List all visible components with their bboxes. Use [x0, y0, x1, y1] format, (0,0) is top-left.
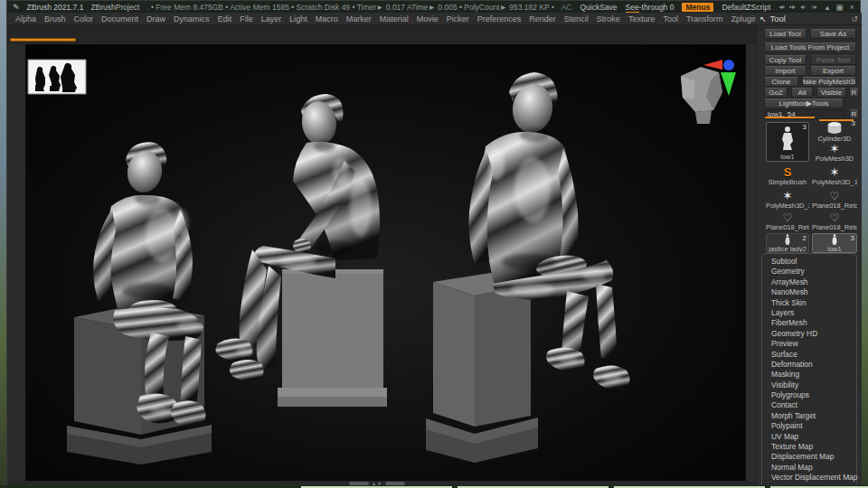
slider-fill	[765, 117, 815, 118]
document-preview-thumbnail	[28, 60, 86, 94]
tool-palette-header[interactable]: ↖ Tool ↺	[756, 13, 862, 25]
menu-item[interactable]: Zplugin	[731, 14, 756, 23]
tool-thumbnail[interactable]: ♡ Plane018_Retopo	[812, 188, 857, 210]
sculpting-viewport[interactable]	[25, 44, 746, 483]
lightbox-tools-button[interactable]: Lightbox▶Tools	[764, 99, 844, 108]
menu-item[interactable]: Edit	[218, 14, 232, 23]
load-tools-from-project-button[interactable]: Load Tools From Project	[764, 42, 856, 52]
top-shelf	[7, 25, 756, 44]
menu-item[interactable]: Texture	[628, 14, 656, 23]
tool-thumbnail[interactable]: ✶ PolyMesh3D_1	[812, 164, 857, 186]
goz-button[interactable]: GoZ	[764, 88, 788, 98]
menu-item[interactable]: Macro	[316, 14, 338, 23]
thumb-accent-bar	[819, 119, 854, 121]
slider-r-button[interactable]: R	[849, 109, 859, 119]
menu-item[interactable]: Color	[74, 14, 94, 23]
tool-thumbnail[interactable]: jastice lady2 2	[766, 233, 809, 253]
tray-left-icon[interactable]: ◂▫	[800, 3, 807, 11]
paste-tool-button[interactable]: Paste Tool	[810, 55, 856, 65]
quicksave-button[interactable]: QuickSave	[580, 3, 617, 12]
menu-item[interactable]: Tool	[663, 14, 678, 23]
app-title: ZBrush 2021.7.1	[27, 3, 84, 12]
menu-item[interactable]: Dynamics	[174, 14, 210, 23]
tool-subpalette-item[interactable]: Morph Target	[762, 411, 856, 421]
export-button[interactable]: Export	[810, 66, 856, 76]
menu-item[interactable]: Draw	[146, 14, 165, 23]
window-close-icon[interactable]: ×	[850, 3, 854, 12]
ac-indicator: AC	[561, 3, 572, 12]
ui-layout-left-icon[interactable]: ◂▪	[778, 3, 785, 11]
menu-item[interactable]: Picker	[447, 14, 469, 23]
tool-subpalette-item[interactable]: Subtool	[762, 257, 856, 267]
tool-thumbnail[interactable]: S SimpleBrush	[766, 164, 809, 186]
desktop: ✎ ZBrush 2021.7.1 ZBrushProject . • Free…	[0, 0, 868, 488]
zbrush-logo-icon: ✎	[13, 3, 20, 12]
make-polymesh3d-button[interactable]: Make PolyMesh3D	[802, 77, 856, 87]
menu-item[interactable]: Render	[529, 14, 556, 23]
menu-item[interactable]: Light	[289, 14, 307, 23]
window-restore-icon[interactable]: ▣	[835, 3, 844, 12]
tool-subpalette-item[interactable]: Vector Displacement Map	[762, 473, 856, 483]
menu-item[interactable]: Brush	[44, 14, 66, 23]
menu-item[interactable]: Movie	[417, 14, 439, 23]
menu-item[interactable]: Layer	[261, 14, 282, 23]
clone-button[interactable]: Clone	[764, 77, 798, 87]
menu-item[interactable]: Stroke	[597, 14, 620, 23]
goz-r-button[interactable]: R	[849, 88, 859, 98]
tool-subpalette-item[interactable]: Normal Map	[762, 463, 856, 473]
memory-stats: . • Free Mem 8.475GB • Active Mem 1585 •…	[146, 3, 553, 12]
tool-thumbnail[interactable]: ♡ Plane018_Retopo	[812, 211, 857, 231]
tool-thumbnail[interactable]: ✶ PolyMesh3D	[812, 144, 857, 162]
menu-item[interactable]: Document	[101, 14, 138, 23]
tool-thumbnail[interactable]: ✶ PolyMesh3D_2	[766, 188, 809, 210]
tool-subpalette-item[interactable]: Thick Skin	[762, 298, 856, 308]
tool-subpalette-item[interactable]: Displacement Map	[762, 452, 856, 462]
see-through-slider[interactable]: See-through 0	[626, 3, 675, 12]
figure-thumb-icon	[778, 126, 797, 153]
tool-thumbnail[interactable]: Cylinder3D 3	[812, 119, 857, 143]
goz-visible-button[interactable]: Visible	[816, 88, 846, 98]
ui-layout-right-icon[interactable]: ▪▸	[789, 3, 796, 11]
menu-item[interactable]: Stencil	[564, 14, 589, 23]
save-as-button[interactable]: Save As	[810, 29, 856, 39]
user-account-icon[interactable]: ▴	[826, 3, 830, 12]
tool-subpalette-item[interactable]: UV Map	[762, 432, 856, 442]
default-zscript-button[interactable]: DefaultZScript	[722, 3, 770, 12]
tool-subpalette-list: SubtoolGeometryArrayMeshNanoMeshThick Sk…	[761, 253, 857, 484]
tool-item-slider[interactable]: low1. 54	[764, 109, 845, 119]
tool-thumbnail[interactable]: ♡ Plane018_Retopo	[766, 211, 809, 231]
import-button[interactable]: Import	[764, 66, 807, 76]
star-thumb-icon: ✶	[783, 191, 793, 202]
tool-subpalette-item[interactable]: Visibility	[762, 380, 856, 390]
tool-subpalette-item[interactable]: Deformation	[762, 360, 856, 370]
tool-subpalette-item[interactable]: FiberMesh	[762, 318, 856, 328]
pedestal-middle	[278, 269, 387, 407]
figure-thumb-icon	[830, 234, 839, 245]
copy-tool-button[interactable]: Copy Tool	[764, 55, 807, 65]
tool-subpalette-item[interactable]: Layers	[762, 308, 856, 318]
tool-subpalette-item[interactable]: Geometry HD	[762, 329, 856, 339]
tool-subpalette-item[interactable]: ArrayMesh	[762, 277, 856, 287]
menu-item[interactable]: Material	[380, 14, 409, 23]
menus-button[interactable]: Menus	[682, 3, 713, 12]
palette-cycle-icon[interactable]: ↺	[851, 14, 858, 23]
menu-item[interactable]: Alpha	[15, 14, 36, 23]
tool-subpalette-item[interactable]: Contact	[762, 400, 856, 410]
tool-subpalette-item[interactable]: Surface	[762, 350, 856, 360]
menu-item[interactable]: Marker	[346, 14, 372, 23]
menu-item[interactable]: Transform	[686, 14, 723, 23]
tool-subpalette-item[interactable]: Geometry	[762, 267, 856, 277]
current-tool-thumbnail[interactable]: low1 3	[766, 122, 809, 162]
goz-all-button[interactable]: All	[791, 88, 813, 98]
menu-item[interactable]: Preferences	[477, 14, 522, 23]
tool-subpalette-item[interactable]: Texture Map	[762, 442, 856, 452]
tool-subpalette-item[interactable]: Polygroups	[762, 390, 856, 400]
load-tool-button[interactable]: Load Tool	[764, 29, 807, 39]
tool-subpalette-item[interactable]: NanoMesh	[762, 287, 856, 297]
tool-thumbnail-selected[interactable]: low1 3	[812, 233, 857, 253]
tray-right-icon[interactable]: ▫▸	[811, 3, 817, 11]
tool-subpalette-item[interactable]: Preview	[762, 339, 856, 349]
menu-item[interactable]: File	[240, 14, 253, 23]
tool-subpalette-item[interactable]: Polypaint	[762, 421, 856, 431]
tool-subpalette-item[interactable]: Masking	[762, 370, 856, 380]
